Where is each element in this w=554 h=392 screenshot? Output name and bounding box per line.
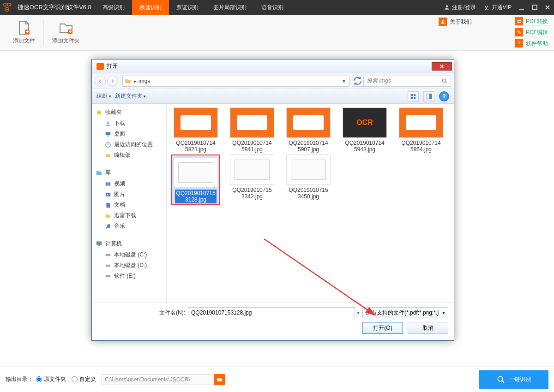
tab-ticket[interactable]: 票证识别 xyxy=(169,0,206,15)
tab-advanced[interactable]: 高级识别 xyxy=(95,0,132,15)
vip-button[interactable]: 开通VIP xyxy=(480,0,515,15)
add-folder-label: 添加文件夹 xyxy=(52,37,80,45)
tab-fast[interactable]: 极速识别 xyxy=(132,0,169,15)
app-logo: OCR xyxy=(0,0,14,15)
close-button[interactable] xyxy=(541,0,554,15)
tab-region[interactable]: 图片局部识别 xyxy=(206,0,254,15)
svg-point-4 xyxy=(485,9,486,10)
person-icon xyxy=(439,18,447,26)
svg-point-16 xyxy=(442,20,444,22)
svg-point-3 xyxy=(446,5,448,7)
titlebar: OCR 捷速OCR文字识别软件V6.8 高级识别 极速识别 票证识别 图片局部识… xyxy=(0,0,554,15)
svg-rect-7 xyxy=(532,5,537,10)
login-button[interactable]: 注册/登录 xyxy=(440,0,479,15)
help-icon: ? xyxy=(515,39,523,48)
add-file-button[interactable]: 添加文件 xyxy=(5,20,43,45)
software-help-link[interactable]: ?软件帮助 xyxy=(514,39,551,48)
convert-icon: ⇄ xyxy=(515,17,523,25)
minimize-button[interactable] xyxy=(515,0,528,15)
about-us-link[interactable]: 关于我们 xyxy=(439,18,475,26)
svg-point-2 xyxy=(6,9,8,10)
right-links: ⇄PDF转换 ✎PDF编辑 ?软件帮助 xyxy=(514,17,551,48)
tab-voice[interactable]: 语音识别 xyxy=(254,0,291,15)
add-file-label: 添加文件 xyxy=(13,37,35,45)
maximize-button[interactable] xyxy=(528,0,541,15)
pdf-convert-link[interactable]: ⇄PDF转换 xyxy=(514,17,551,26)
svg-text:OCR: OCR xyxy=(3,3,12,7)
main-toolbar: 添加文件 添加文件夹 关于我们 ⇄PDF转换 ✎PDF编辑 ?软件帮助 xyxy=(0,15,554,51)
add-folder-button[interactable]: 添加文件夹 xyxy=(44,20,88,45)
svg-point-5 xyxy=(487,9,488,10)
app-title: 捷速OCR文字识别软件V6.8 xyxy=(14,3,95,12)
pdf-edit-link[interactable]: ✎PDF编辑 xyxy=(514,28,551,37)
edit-icon: ✎ xyxy=(515,28,523,36)
